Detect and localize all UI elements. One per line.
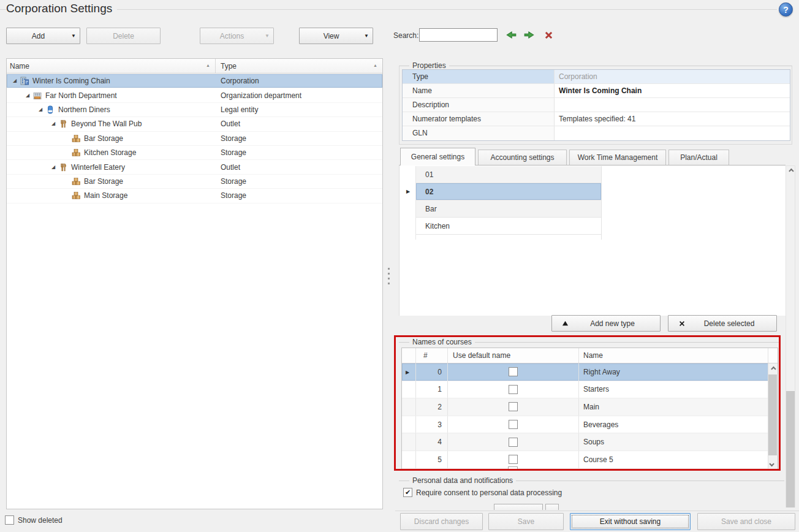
scrollbar-thumb[interactable] [786, 391, 795, 507]
corporation-settings-window: Corporation Settings ? Add ▼ Delete Acti… [0, 0, 799, 532]
x-icon [678, 320, 686, 327]
exit-without-saving-button[interactable]: Exit without saving [570, 513, 691, 530]
tree-row-far-north-department[interactable]: ◢ Far North Department Organization depa… [7, 88, 382, 102]
search-previous-icon[interactable] [505, 29, 517, 41]
tab-general-settings[interactable]: General settings [400, 148, 475, 165]
tree-row-type: Storage [216, 148, 382, 157]
expander-icon[interactable]: ◢ [50, 121, 57, 127]
column-header-number[interactable]: # [416, 348, 448, 363]
tree-row-name: Far North Department [45, 91, 117, 100]
actions-button[interactable]: Actions ▼ [200, 28, 274, 44]
corporation-icon [20, 76, 29, 86]
property-label: Description [403, 98, 555, 112]
delete-button[interactable]: Delete [86, 28, 161, 44]
save-and-close-button[interactable]: Save and close [697, 513, 795, 530]
property-value [555, 126, 790, 140]
courses-scrollbar[interactable] [768, 363, 778, 469]
tab-label: Work Time Management [578, 153, 658, 162]
scrollbar-thumb[interactable] [768, 374, 777, 455]
tree-row-winterfell-eatery[interactable]: ◢ Winterfell Eatery Outlet [7, 160, 382, 174]
tree-row-main-storage[interactable]: Main Storage Storage [7, 189, 382, 203]
course-row-2[interactable]: 2 Main [402, 398, 778, 416]
tab-accounting-settings[interactable]: Accounting settings [478, 150, 567, 165]
use-default-checkbox[interactable] [509, 402, 518, 411]
column-header-type[interactable]: Type ▲ [216, 59, 382, 73]
add-button-label: Add [10, 32, 66, 40]
scroll-down-icon[interactable] [768, 459, 777, 468]
add-new-type-button[interactable]: Add new type [551, 315, 661, 332]
course-number: 1 [416, 381, 448, 398]
scroll-up-icon[interactable] [768, 364, 777, 373]
course-row-0[interactable]: ▶ 0 Right Away [402, 363, 778, 381]
sort-ascending-icon: ▲ [373, 63, 377, 67]
use-default-checkbox[interactable] [509, 420, 518, 429]
property-row-type[interactable]: Type Corporation [403, 70, 790, 84]
panel-splitter[interactable] [384, 58, 394, 509]
use-default-checkbox[interactable] [509, 438, 518, 447]
order-type-row-kitchen[interactable]: Kitchen [416, 218, 601, 235]
search-next-icon[interactable] [523, 29, 536, 41]
use-default-checkbox[interactable] [509, 455, 518, 464]
up-triangle-icon [562, 320, 569, 327]
course-row-5[interactable]: 5 Course 5 [402, 451, 778, 469]
column-header-course-name[interactable]: Name [579, 351, 768, 360]
scroll-up-icon[interactable] [786, 166, 795, 175]
tab-work-time-management[interactable]: Work Time Management [569, 150, 666, 165]
expander-icon[interactable]: ◢ [50, 164, 57, 170]
view-button-label: View [303, 32, 359, 40]
use-default-checkbox[interactable] [509, 385, 518, 394]
property-row-numerator-templates[interactable]: Numerator templates Templates specified:… [403, 112, 790, 126]
course-number: 3 [416, 416, 448, 433]
tree-row-name: Main Storage [84, 191, 127, 200]
view-button[interactable]: View ▼ [299, 28, 373, 44]
property-row-description[interactable]: Description [403, 98, 790, 112]
add-new-type-label: Add new type [569, 319, 656, 328]
property-row-gln[interactable]: GLN [403, 126, 790, 140]
delete-selected-button[interactable]: Delete selected [668, 315, 777, 332]
clear-search-icon[interactable] [543, 30, 554, 40]
tab-plan-actual[interactable]: Plan/Actual [668, 150, 729, 165]
help-icon[interactable]: ? [779, 2, 793, 17]
tree-row-northern-diners[interactable]: ◢ Northern Diners Legal entity [7, 103, 382, 117]
show-deleted-row: Show deleted [5, 515, 62, 525]
search-label: Search: [393, 31, 418, 40]
tree-row-kitchen-storage[interactable]: Kitchen Storage Storage [7, 146, 382, 160]
order-type-row-01[interactable]: 01 [416, 166, 601, 183]
tab-label: Accounting settings [490, 153, 554, 162]
tree-row-bar-storage-2[interactable]: Bar Storage Storage [7, 175, 382, 189]
storage-icon [71, 177, 81, 186]
course-name: Course 5 [579, 455, 778, 464]
courses-group-label: Names of courses [409, 338, 475, 346]
footer-divider [395, 511, 799, 511]
tree-row-type: Storage [216, 191, 382, 200]
expander-icon[interactable]: ◢ [24, 93, 31, 99]
tree-row-beyond-the-wall-pub[interactable]: ◢ Beyond The Wall Pub Outlet [7, 117, 382, 131]
course-row-4[interactable]: 4 Soups [402, 433, 778, 451]
column-header-use-default[interactable]: Use default name [448, 348, 579, 363]
tree-row-winter-is-coming-chain[interactable]: ◢ Winter Is Coming Chain Corporation [7, 74, 382, 88]
consent-checkbox[interactable] [403, 488, 412, 497]
show-deleted-checkbox[interactable] [5, 515, 14, 525]
course-name: Starters [579, 385, 778, 393]
search-input[interactable] [419, 28, 498, 42]
expander-icon[interactable]: ◢ [11, 78, 18, 84]
consent-label: Require consent to personal data process… [416, 488, 562, 497]
expander-icon[interactable]: ◢ [37, 107, 44, 113]
property-row-name[interactable]: Name Winter Is Coming Chain [403, 84, 790, 98]
discard-changes-button[interactable]: Discard changes [400, 513, 483, 530]
add-button[interactable]: Add ▼ [6, 28, 80, 44]
column-header-type-label: Type [221, 62, 237, 70]
courses-table-header: # Use default name Name [402, 348, 778, 363]
use-default-checkbox[interactable] [509, 367, 518, 376]
course-row-3[interactable]: 3 Beverages [402, 416, 778, 434]
tree-row-bar-storage[interactable]: Bar Storage Storage [7, 132, 382, 146]
column-header-name[interactable]: Name ▲ [7, 59, 216, 73]
right-panel-scrollbar[interactable] [786, 165, 795, 507]
order-type-row-02[interactable]: 02 [416, 183, 601, 200]
course-row-1[interactable]: 1 Starters [402, 381, 778, 399]
grid-divider [601, 166, 602, 240]
course-number: 2 [416, 398, 448, 416]
order-type-row-bar[interactable]: Bar [416, 200, 601, 218]
save-button[interactable]: Save [488, 513, 564, 530]
column-header-name-label: Name [10, 62, 29, 70]
